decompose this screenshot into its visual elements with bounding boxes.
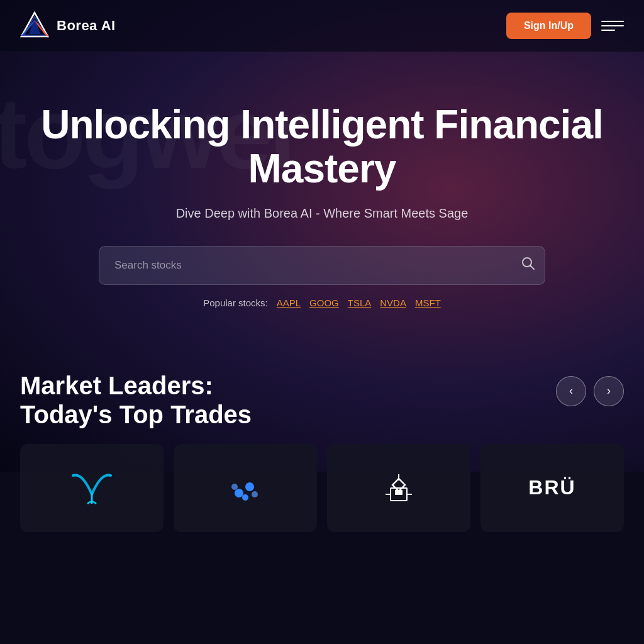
stock-link-nvda[interactable]: NVDA <box>380 297 406 308</box>
popular-stocks-area: Popular stocks: AAPL GOOG TSLA NVDA MSFT <box>25 297 619 308</box>
svg-point-12 <box>231 484 238 490</box>
nav-right: Sign In/Up <box>506 13 624 39</box>
market-title-block: Market Leaders: Today's Top Trades <box>20 371 252 429</box>
stock-card-2[interactable] <box>174 444 317 532</box>
chevron-right-icon: › <box>607 384 611 397</box>
svg-line-7 <box>531 265 535 269</box>
hero-title: Unlocking Intelligent Financial Mastery <box>25 103 619 191</box>
market-leaders-section: Market Leaders: Today's Top Trades ‹ › <box>0 333 644 532</box>
market-header: Market Leaders: Today's Top Trades ‹ › <box>20 371 624 429</box>
brand-logo-icon <box>20 11 49 40</box>
card-logo-diamond <box>377 469 421 507</box>
hero-subtitle: Dive Deep with Borea AI - Where Smart Me… <box>25 206 619 221</box>
logo-area: Borea AI <box>20 11 116 40</box>
stock-cards-row: BRÜ <box>20 444 624 532</box>
hamburger-menu-icon[interactable] <box>601 14 624 37</box>
carousel-next-button[interactable]: › <box>594 376 624 406</box>
market-title: Market Leaders: Today's Top Trades <box>20 371 252 429</box>
svg-rect-14 <box>392 479 405 491</box>
carousel-controls: ‹ › <box>556 376 624 406</box>
stock-link-goog[interactable]: GOOG <box>309 297 339 308</box>
svg-point-11 <box>242 494 248 501</box>
brand-name: Borea AI <box>57 18 116 34</box>
card-logo-v <box>70 469 114 507</box>
card-logo-bru: BRÜ <box>528 476 575 499</box>
svg-point-10 <box>245 482 254 491</box>
stock-link-msft[interactable]: MSFT <box>415 297 441 308</box>
popular-label: Popular stocks: <box>203 297 268 308</box>
search-input[interactable] <box>99 246 545 285</box>
stock-card-1[interactable] <box>20 444 164 532</box>
search-icon <box>521 257 535 270</box>
search-container <box>99 246 545 285</box>
card-logo-dots <box>223 469 267 507</box>
stock-link-tsla[interactable]: TSLA <box>348 297 372 308</box>
search-button[interactable] <box>521 257 535 274</box>
svg-rect-19 <box>395 490 402 495</box>
svg-point-9 <box>235 489 243 497</box>
stock-card-3[interactable] <box>327 444 470 532</box>
navbar: Borea AI Sign In/Up <box>0 0 644 52</box>
hero-section: Unlocking Intelligent Financial Mastery … <box>0 52 644 333</box>
carousel-prev-button[interactable]: ‹ <box>556 376 586 406</box>
stock-card-4[interactable]: BRÜ <box>480 444 624 532</box>
chevron-left-icon: ‹ <box>569 384 573 397</box>
stock-link-aapl[interactable]: AAPL <box>277 297 301 308</box>
svg-point-13 <box>252 491 258 497</box>
sign-in-button[interactable]: Sign In/Up <box>506 13 591 39</box>
